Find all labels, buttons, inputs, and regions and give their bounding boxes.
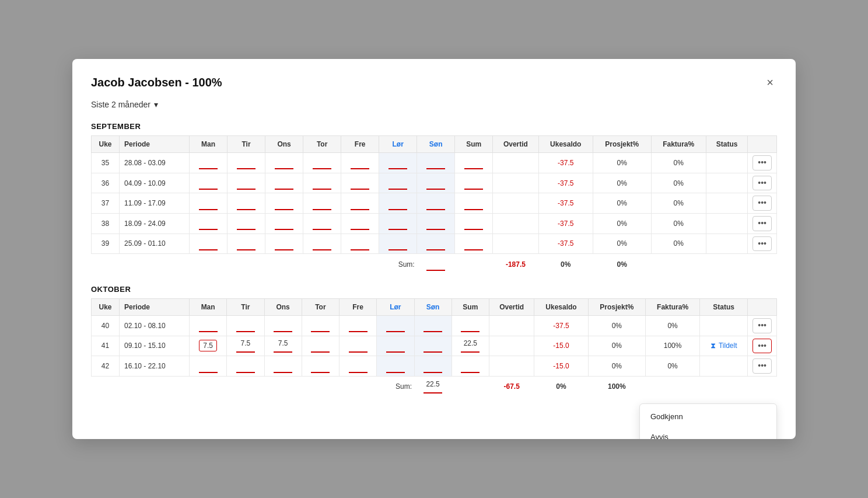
period-label: Siste 2 måneder xyxy=(91,100,150,109)
cell-faktura: 0% xyxy=(646,356,700,377)
cell-tir[interactable] xyxy=(227,316,264,336)
cell-status xyxy=(706,234,747,254)
close-icon[interactable]: × xyxy=(763,75,777,89)
cell-faktura: 0% xyxy=(646,316,700,336)
cell-man[interactable] xyxy=(190,153,228,173)
cell-overtid xyxy=(493,193,538,214)
col-tir-okt: Tir xyxy=(227,299,264,316)
cell-ons[interactable] xyxy=(265,173,303,193)
context-menu-item-avvis[interactable]: Avvis xyxy=(640,427,776,439)
table-row: 3818.09 - 24.09-37.50%0%••• xyxy=(92,213,777,234)
cell-ons[interactable]: 7.5 xyxy=(264,336,302,356)
cell-faktura: 0% xyxy=(651,193,706,214)
cell-ons[interactable] xyxy=(265,213,303,234)
period-selector[interactable]: Siste 2 måneder ▾ xyxy=(91,100,777,109)
cell-tor[interactable] xyxy=(302,316,339,336)
cell-tor[interactable] xyxy=(303,213,341,234)
cell-man[interactable]: 7.5 xyxy=(190,336,227,356)
dots-menu-button[interactable]: ••• xyxy=(752,216,772,231)
cell-tor[interactable] xyxy=(302,356,339,377)
cell-fre[interactable] xyxy=(341,193,379,214)
cell-tor[interactable] xyxy=(303,153,341,173)
col-man-okt: Man xyxy=(190,299,227,316)
cell-tor[interactable] xyxy=(303,173,341,193)
cell-tir[interactable] xyxy=(228,173,265,193)
cell-fre[interactable] xyxy=(340,356,377,377)
cell-ons[interactable] xyxy=(265,234,303,254)
cell-fre[interactable] xyxy=(340,336,377,356)
cell-man[interactable] xyxy=(190,193,228,214)
cell-man[interactable] xyxy=(190,234,228,254)
dots-menu-button[interactable]: ••• xyxy=(752,236,772,252)
cell-uke: 41 xyxy=(92,336,120,356)
cell-tir[interactable] xyxy=(228,213,265,234)
col-periode-sep: Periode xyxy=(120,136,190,153)
cell-man[interactable] xyxy=(190,316,227,336)
cell-uke: 40 xyxy=(92,316,120,336)
col-prosjekt-okt: Prosjekt% xyxy=(588,299,645,316)
cell-actions: ••• xyxy=(748,153,777,173)
cell-overtid xyxy=(489,336,534,356)
cell-ukesaldo: -37.5 xyxy=(538,193,593,214)
cell-ons[interactable] xyxy=(264,356,302,377)
context-menu-item-godkjenn[interactable]: Godkjenn xyxy=(640,406,776,427)
okt-status-sum xyxy=(646,376,748,396)
dots-menu-button[interactable]: ••• xyxy=(752,196,772,211)
dots-menu-button[interactable]: ••• xyxy=(752,358,772,374)
cell-son xyxy=(414,336,452,356)
cell-uke: 35 xyxy=(92,153,120,173)
cell-sum xyxy=(455,213,493,234)
cell-son xyxy=(414,356,452,377)
cell-status: ⧗ Tildelt xyxy=(700,336,748,356)
cell-ukesaldo: -15.0 xyxy=(534,356,588,377)
col-son-okt: Søn xyxy=(414,299,452,316)
cell-man[interactable] xyxy=(190,213,228,234)
cell-man[interactable] xyxy=(190,356,227,377)
cell-sum xyxy=(455,193,493,214)
cell-ukesaldo: -37.5 xyxy=(538,234,593,254)
cell-son xyxy=(417,153,455,173)
dots-menu-button[interactable]: ••• xyxy=(752,318,772,333)
dots-menu-button[interactable]: ••• xyxy=(752,155,772,170)
cell-ons[interactable] xyxy=(264,316,302,336)
cell-man[interactable] xyxy=(190,173,228,193)
cell-fre[interactable] xyxy=(341,153,379,173)
cell-fre[interactable] xyxy=(341,213,379,234)
cell-prosjekt: 0% xyxy=(593,213,651,234)
cell-sum xyxy=(455,153,493,173)
cell-tor[interactable] xyxy=(302,336,339,356)
cell-tir[interactable]: 7.5 xyxy=(227,336,264,356)
dots-menu-button[interactable]: ••• xyxy=(752,176,772,191)
cell-periode: 16.10 - 22.10 xyxy=(120,356,190,377)
cell-ukesaldo: -37.5 xyxy=(538,213,593,234)
cell-lor xyxy=(377,316,414,336)
dots-menu-button[interactable]: ••• xyxy=(752,339,772,354)
cell-overtid xyxy=(493,213,538,234)
cell-fre[interactable] xyxy=(341,234,379,254)
cell-tir[interactable] xyxy=(228,234,265,254)
cell-ukesaldo: -37.5 xyxy=(538,153,593,173)
col-man-sep: Man xyxy=(190,136,228,153)
september-sum-row: Sum: -187.5 0% 0% xyxy=(92,254,777,274)
oktober-sum-row: Sum: 22.5 -67.5 0% 100% xyxy=(92,376,777,396)
table-row: 3604.09 - 10.09-37.50%0%••• xyxy=(92,173,777,193)
col-overtid-okt: Overtid xyxy=(489,299,534,316)
cell-ons[interactable] xyxy=(265,153,303,173)
cell-prosjekt: 0% xyxy=(588,316,645,336)
cell-tir[interactable] xyxy=(227,356,264,377)
cell-tir[interactable] xyxy=(228,153,265,173)
col-fre-okt: Fre xyxy=(340,299,377,316)
cell-overtid xyxy=(493,234,538,254)
cell-ons[interactable] xyxy=(265,193,303,214)
cell-actions: ••• xyxy=(748,336,777,356)
cell-ukesaldo: -37.5 xyxy=(538,173,593,193)
cell-tor[interactable] xyxy=(303,234,341,254)
cell-sum xyxy=(455,173,493,193)
oktober-tbody: 4002.10 - 08.10-37.50%0%•••4109.10 - 15.… xyxy=(92,316,777,377)
cell-sum xyxy=(452,356,489,377)
cell-fre[interactable] xyxy=(340,316,377,336)
cell-tir[interactable] xyxy=(228,193,265,214)
cell-tor[interactable] xyxy=(303,193,341,214)
cell-fre[interactable] xyxy=(341,173,379,193)
sep-sum-label: Sum: xyxy=(92,254,417,274)
